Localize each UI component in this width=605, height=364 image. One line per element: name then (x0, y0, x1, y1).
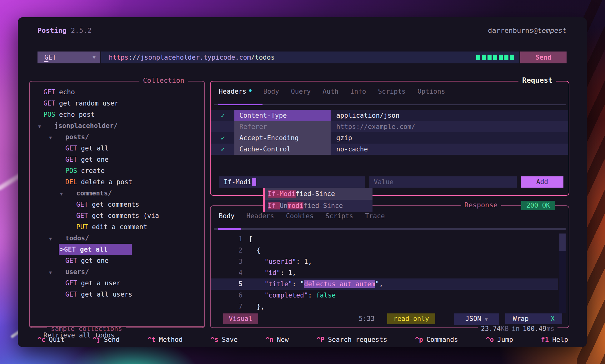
folder-open-icon: ▼ (49, 132, 65, 143)
tree-request-row[interactable]: POSecho post (30, 109, 203, 120)
tree-request-row[interactable]: GETget all users (30, 289, 203, 300)
scrollbar-thumb[interactable] (559, 234, 566, 251)
progress-block (488, 55, 492, 60)
sidebar-divider (30, 326, 204, 327)
user-name: darrenburns@ (488, 27, 538, 34)
header-key-cell[interactable]: Content-Type (234, 110, 331, 121)
tab-options[interactable]: Options (418, 88, 445, 95)
tree-request-row[interactable]: GETget a user (30, 278, 203, 289)
collection-panel: Collection sample-collections GETecho GE… (29, 81, 205, 328)
status-badge: 200 OK (521, 201, 555, 210)
header-row[interactable]: ✓ Cache-Control no-cache (211, 144, 568, 155)
request-url-bar: GET ▼ https://jsonplaceholder.typicode.c… (38, 52, 567, 63)
method-rest: ET (48, 54, 56, 61)
tree-request-row[interactable]: GETget one (30, 154, 203, 165)
tree-request-row[interactable]: GETget comments (30, 199, 203, 210)
progress-block (476, 55, 480, 60)
tree-folder-row[interactable]: ▼jsonplaceholder/ (30, 120, 203, 131)
format-dropdown[interactable]: JSON▼ (454, 313, 499, 325)
check-icon[interactable]: ✓ (211, 110, 234, 121)
shortcut-jump[interactable]: ^oJump (486, 336, 513, 343)
header-key-cell[interactable]: Referer (234, 121, 331, 132)
request-panel-title: Request (518, 76, 556, 84)
tree-request-row[interactable]: DELdelete a post (30, 176, 203, 188)
header-name-input[interactable]: If-Modi (219, 176, 365, 188)
posting-app-window: Posting2.5.2 darrenburns@tempest GET ▼ h… (18, 17, 587, 347)
autocomplete-options: If-Modified-Since If-Unmodified-Since (265, 188, 372, 212)
tree-folder-row[interactable]: ▼posts/ (30, 131, 203, 143)
check-icon[interactable]: ✓ (211, 144, 234, 155)
tab-response-cookies[interactable]: Cookies (286, 212, 314, 220)
wrap-toggle[interactable]: WrapX (505, 313, 562, 324)
tab-response-headers[interactable]: Headers (247, 212, 274, 220)
header-key-cell[interactable]: Accept-Encoding (234, 132, 331, 144)
header-row[interactable]: ✓ Content-Type application/json (211, 110, 568, 121)
header-value-cell[interactable]: gzip (331, 132, 568, 144)
check-icon[interactable]: ✓ (211, 132, 234, 144)
header-key-cell[interactable]: Cache-Control (234, 144, 331, 155)
scrollbar[interactable] (559, 234, 566, 313)
header-value-cell[interactable]: https://example.com/ (331, 121, 568, 132)
code-line: 3 "userId": 1, (211, 256, 558, 267)
progress-block (499, 55, 503, 60)
collection-tree: GETecho GETget random user POSecho post … (30, 86, 203, 300)
tree-folder-row[interactable]: ▼comments/ (30, 188, 203, 199)
tab-response-trace[interactable]: Trace (365, 212, 385, 220)
tab-response-body[interactable]: Body (219, 212, 235, 220)
shortcut-method[interactable]: ^tMethod (148, 336, 182, 343)
shortcut-send[interactable]: ^jSend (92, 336, 120, 343)
tab-response-scripts[interactable]: Scripts (326, 212, 353, 220)
tree-folder-row[interactable]: ▼users/ (30, 266, 203, 278)
shortcut-help[interactable]: f1Help (541, 336, 568, 343)
url-input[interactable]: https://jsonplaceholder.typicode.com/tod… (101, 52, 519, 63)
code-line: 4 "id": 1, (211, 267, 558, 278)
tab-auth[interactable]: Auth (322, 88, 338, 95)
tree-folder-row[interactable]: ▼todos/ (30, 233, 203, 244)
tree-request-row[interactable]: POScreate (30, 165, 203, 176)
shortcut-commands[interactable]: ^pCommands (415, 336, 458, 343)
active-tab-dot-icon (249, 89, 252, 92)
shortcut-quit[interactable]: ^cQuit (38, 336, 65, 343)
folder-open-icon: ▼ (49, 267, 65, 278)
add-header-button[interactable]: Add (521, 176, 563, 188)
selection-cursor: > (60, 246, 64, 253)
tab-headers[interactable]: Headers (219, 88, 252, 95)
tree-request-row-selected[interactable]: >GETget all (59, 244, 132, 255)
folder-open-icon: ▼ (38, 121, 54, 132)
autocomplete-dropdown: If-Modified-Since If-Unmodified-Since (263, 188, 372, 212)
url-host: jsonplaceholder.typicode.com (140, 54, 251, 61)
tree-request-row[interactable]: GETget one (30, 255, 203, 266)
tree-request-row[interactable]: PUTedit a comment (30, 221, 203, 233)
header-row[interactable]: Referer https://example.com/ (211, 121, 568, 132)
tab-query[interactable]: Query (291, 88, 311, 95)
tree-request-row[interactable]: GETget comments (via (30, 210, 203, 221)
method-hint-letter: G (44, 54, 48, 62)
tree-request-row[interactable]: GETecho (30, 86, 203, 98)
header-value-cell[interactable]: application/json (331, 110, 568, 121)
header-value-cell[interactable]: no-cache (331, 144, 568, 155)
host-name: tempest (538, 27, 567, 34)
shortcut-search-requests[interactable]: ^PSearch requests (317, 336, 387, 343)
method-selector[interactable]: GET ▼ (38, 52, 100, 63)
tab-info[interactable]: Info (350, 88, 366, 95)
tab-body[interactable]: Body (263, 88, 279, 95)
autocomplete-option[interactable]: If-Modified-Since (265, 188, 372, 200)
shortcut-new[interactable]: ^nNew (266, 336, 289, 343)
new-header-row: If-Modi Value Add (211, 176, 568, 188)
collection-panel-title: Collection (139, 76, 188, 84)
response-body-editor[interactable]: 1[ 2 { 3 "userId": 1, 4 "id": 1, 5 "titl… (211, 234, 558, 312)
autocomplete-option[interactable]: If-Unmodified-Since (265, 200, 372, 212)
header-value-input[interactable]: Value (369, 176, 517, 188)
tab-scripts[interactable]: Scripts (378, 88, 406, 95)
check-placeholder[interactable] (211, 121, 234, 132)
editor-status-bar: Visual 5:33 read-only JSON▼ WrapX (211, 313, 568, 324)
tree-request-row[interactable]: GETget random user (30, 98, 203, 109)
header-row[interactable]: ✓ Accept-Encoding gzip (211, 132, 568, 144)
url-path: /todos (251, 54, 275, 61)
shortcut-save[interactable]: ^sSave (211, 336, 238, 343)
active-tab-underline (218, 104, 262, 105)
send-button[interactable]: Send (520, 52, 567, 63)
tree-request-row[interactable]: GETget all (30, 143, 203, 154)
shortcut-footer: ^cQuit ^jSend ^tMethod ^sSave ^nNew ^PSe… (38, 336, 568, 343)
url-separator: :// (128, 54, 140, 61)
